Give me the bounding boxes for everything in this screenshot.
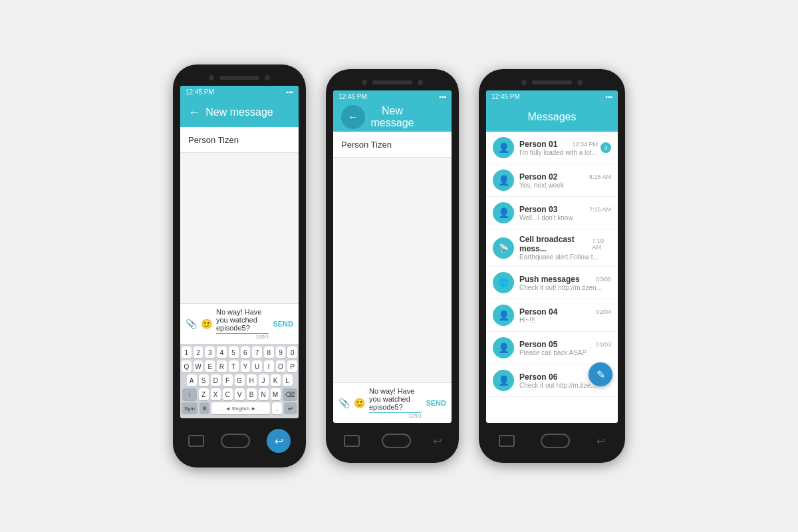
phone-top-3	[485, 80, 618, 85]
key-t[interactable]: T	[229, 360, 239, 372]
message-item[interactable]: 👤Person 0501/03Please call back ASAP	[486, 332, 618, 364]
key-u[interactable]: U	[252, 360, 262, 372]
key-r[interactable]: R	[217, 360, 227, 372]
input-area-2: 📎 🙂 No way! Have you watched episode5? 1…	[333, 382, 452, 423]
key-lang[interactable]: ◄ English ►	[211, 402, 270, 414]
menu-button-3[interactable]	[499, 435, 515, 447]
attach-icon-1[interactable]: 📎	[186, 319, 197, 329]
message-item[interactable]: 👤Person 037:15 AMWell...I don't know	[486, 197, 618, 229]
speaker-2	[372, 80, 412, 84]
key-i[interactable]: I	[264, 360, 274, 372]
message-preview: Well...I don't know	[519, 214, 611, 221]
key-row-numbers: 1 2 3 4 5 6 7 8 9 0	[182, 346, 297, 358]
app-bar-3: Messages	[486, 102, 618, 132]
key-g[interactable]: G	[235, 374, 245, 386]
app-title-3: Messages	[528, 111, 577, 123]
key-3[interactable]: 3	[205, 346, 215, 358]
key-row-zxcv: ↑ Z X C V B N M ⌫	[182, 388, 297, 400]
back-hardware-button-3[interactable]: ↩	[597, 435, 605, 448]
key-4[interactable]: 4	[217, 346, 227, 358]
key-j[interactable]: J	[259, 374, 269, 386]
key-8[interactable]: 8	[264, 346, 274, 358]
back-button-circle-2[interactable]: ←	[341, 105, 365, 129]
key-y[interactable]: Y	[241, 360, 251, 372]
back-button-1[interactable]: ←	[188, 106, 200, 120]
back-hardware-button-2[interactable]: ↩	[433, 435, 442, 448]
key-b[interactable]: B	[247, 388, 257, 400]
message-item[interactable]: 👤Person 028:15 AMYes, next week	[486, 164, 618, 197]
message-preview: Earthquake alert.Follow t...	[519, 253, 611, 261]
key-5[interactable]: 5	[229, 346, 239, 358]
home-button-1[interactable]	[221, 434, 250, 448]
attach-icon-2[interactable]: 📎	[338, 398, 350, 408]
home-button-3[interactable]	[541, 434, 570, 448]
message-text-2[interactable]: No way! Have you watched episode5?	[369, 387, 422, 413]
key-9[interactable]: 9	[276, 346, 286, 358]
key-c[interactable]: C	[223, 388, 233, 400]
key-k[interactable]: K	[271, 374, 281, 386]
menu-button-1[interactable]	[188, 435, 204, 447]
key-l[interactable]: L	[283, 374, 293, 386]
key-2[interactable]: 2	[194, 346, 203, 358]
to-input-2[interactable]	[341, 140, 452, 150]
key-q[interactable]: Q	[182, 360, 192, 372]
key-e[interactable]: E	[205, 360, 215, 372]
avatar: 👤	[493, 370, 514, 391]
key-7[interactable]: 7	[252, 346, 262, 358]
send-button-2[interactable]: SEND	[426, 399, 446, 407]
speaker-1	[219, 76, 259, 80]
key-w[interactable]: W	[194, 360, 203, 372]
key-6[interactable]: 6	[241, 346, 251, 358]
message-content: Person 0501/03Please call back ASAP	[519, 340, 611, 356]
status-time-3: 12:45 PM	[491, 93, 520, 100]
key-1[interactable]: 1	[182, 346, 192, 358]
message-preview: Check it out! http://m.tizen...	[519, 284, 611, 291]
message-item[interactable]: 📡Cell broadcast mess...7:10 AMEarthquake…	[486, 229, 618, 267]
key-v[interactable]: V	[235, 388, 245, 400]
message-item[interactable]: 👤Person 0112:34 PMI'm fully loaded with …	[486, 132, 618, 164]
message-time: 7:10 AM	[592, 237, 611, 251]
status-bar-1: 12:45 PM ▪▪▪	[180, 86, 299, 98]
key-sym[interactable]: Sym	[182, 402, 198, 414]
key-a[interactable]: A	[187, 374, 197, 386]
key-enter[interactable]: ↵	[284, 402, 297, 414]
key-p[interactable]: P	[287, 360, 297, 372]
key-f[interactable]: F	[223, 374, 233, 386]
to-input-1[interactable]	[188, 135, 299, 145]
key-row-bottom: Sym ⚙ ◄ English ► . ↵	[182, 402, 297, 414]
emoji-icon-1[interactable]: 🙂	[201, 319, 212, 329]
key-row-qwerty: Q W E R T Y U I O P	[182, 360, 297, 372]
key-period[interactable]: .	[272, 402, 282, 414]
message-item[interactable]: 🌐Push messages03/05Check it out! http://…	[486, 267, 618, 299]
key-shift[interactable]: ↑	[182, 388, 197, 400]
message-sender-name: Person 02	[519, 172, 557, 182]
key-x[interactable]: X	[211, 388, 221, 400]
emoji-icon-2[interactable]: 🙂	[354, 398, 365, 408]
send-button-1[interactable]: SEND	[273, 320, 293, 328]
app-bar-1: ← New message	[180, 98, 299, 127]
key-o[interactable]: O	[276, 360, 286, 372]
key-d[interactable]: D	[211, 374, 221, 386]
message-time: 02/04	[596, 309, 611, 315]
phone-bottom-3: ↩	[485, 430, 618, 452]
compose-fab[interactable]: ✎	[589, 362, 612, 386]
message-preview: Yes, next week	[519, 182, 611, 189]
compose-icon: ✎	[597, 368, 605, 381]
message-preview: Please call back ASAP	[519, 349, 611, 356]
key-n[interactable]: N	[259, 388, 269, 400]
key-settings[interactable]: ⚙	[200, 402, 209, 414]
key-backspace[interactable]: ⌫	[283, 388, 297, 400]
key-s[interactable]: S	[199, 374, 209, 386]
back-hardware-button-1[interactable]: ↩	[267, 429, 291, 453]
menu-button-2[interactable]	[344, 435, 360, 447]
message-body-2	[333, 158, 452, 382]
phone-1: 12:45 PM ▪▪▪ ← New message 👤 📎 🙂 No way!…	[173, 65, 306, 467]
key-z[interactable]: Z	[199, 388, 209, 400]
message-item[interactable]: 👤Person 0402/04Hi~!!!	[486, 299, 618, 332]
key-h[interactable]: H	[247, 374, 257, 386]
key-m[interactable]: M	[271, 388, 281, 400]
home-button-2[interactable]	[382, 434, 411, 448]
message-input-box-2: No way! Have you watched episode5? 125/1	[369, 387, 422, 419]
message-text-1[interactable]: No way! Have you watched episode5?	[216, 308, 269, 334]
key-0[interactable]: 0	[287, 346, 297, 358]
